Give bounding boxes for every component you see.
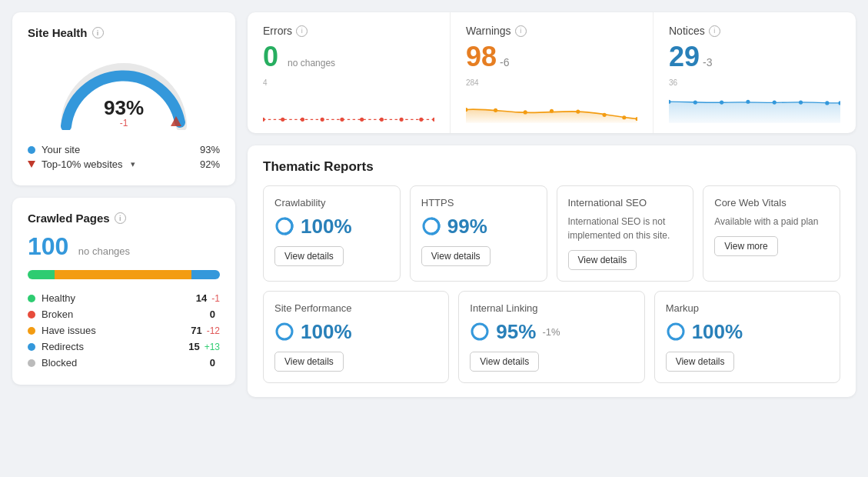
notices-info-icon[interactable]: i bbox=[709, 25, 720, 37]
top10-dropdown-icon[interactable]: ▾ bbox=[131, 159, 135, 169]
stat-label: Have issues bbox=[42, 325, 191, 336]
stat-count: 71 bbox=[191, 325, 201, 336]
stat-row: Redirects15+13 bbox=[28, 339, 220, 355]
svg-point-23 bbox=[746, 99, 750, 103]
stat-row: Broken0 bbox=[28, 306, 220, 322]
warnings-value: 98 bbox=[466, 42, 497, 72]
gauge-wrap: 93% -1 bbox=[55, 53, 193, 130]
warnings-chart: 284 bbox=[466, 78, 637, 121]
stat-row: Blocked0 bbox=[28, 355, 220, 371]
internal-linking-delta: -1% bbox=[542, 326, 560, 338]
crawled-count: 100 bbox=[28, 232, 68, 260]
crawlability-view-btn[interactable]: View details bbox=[274, 246, 344, 266]
crawlability-name: Crawlability bbox=[274, 197, 389, 208]
https-view-btn[interactable]: View details bbox=[421, 246, 491, 266]
svg-point-21 bbox=[693, 100, 697, 104]
stat-dot bbox=[28, 311, 35, 319]
notices-delta: -3 bbox=[703, 56, 712, 68]
svg-point-2 bbox=[263, 117, 265, 121]
crawled-pages-info-icon[interactable]: i bbox=[115, 212, 126, 224]
report-site-performance: Site Performance 100% View details bbox=[263, 291, 449, 383]
gauge-delta: -1 bbox=[104, 118, 144, 128]
internal-linking-score: 95% -1% bbox=[470, 320, 633, 344]
warnings-delta: -6 bbox=[500, 56, 509, 68]
errors-metric: Errors i 0 no changes 4 bbox=[248, 12, 451, 133]
stat-count: 14 bbox=[196, 292, 207, 304]
svg-point-15 bbox=[550, 108, 554, 112]
gauge-container: 93% -1 bbox=[28, 47, 220, 135]
svg-point-25 bbox=[799, 100, 803, 104]
notices-chart-svg bbox=[669, 88, 840, 131]
intl-seo-view-btn[interactable]: View details bbox=[568, 250, 637, 270]
stat-label: Redirects bbox=[42, 341, 188, 352]
progress-redirects bbox=[191, 270, 221, 279]
stat-dot bbox=[28, 327, 35, 335]
svg-point-30 bbox=[277, 324, 292, 339]
markup-view-btn[interactable]: View details bbox=[666, 352, 735, 372]
errors-title: Errors i bbox=[263, 25, 434, 37]
svg-point-8 bbox=[380, 117, 384, 121]
notices-chart: 36 bbox=[669, 78, 840, 121]
report-markup: Markup 100% View details bbox=[654, 291, 840, 383]
stat-dot bbox=[28, 295, 35, 302]
svg-point-9 bbox=[400, 117, 404, 121]
your-site-label: Your site bbox=[42, 144, 80, 155]
crawled-nochange: no changes bbox=[78, 245, 130, 257]
stat-row: Have issues71-12 bbox=[28, 322, 220, 339]
https-name: HTTPS bbox=[421, 197, 536, 208]
site-perf-score: 100% bbox=[274, 320, 437, 344]
site-health-info-icon[interactable]: i bbox=[92, 27, 104, 38]
gauge-percentage: 93% bbox=[104, 96, 144, 119]
stat-row: Healthy14-1 bbox=[28, 290, 220, 306]
internal-linking-score-icon bbox=[470, 322, 490, 342]
svg-point-3 bbox=[281, 117, 284, 121]
svg-point-5 bbox=[321, 117, 324, 121]
crawled-progress-bar bbox=[28, 270, 220, 279]
crawlability-score-icon bbox=[274, 216, 294, 236]
report-internal-linking: Internal Linking 95% -1% View details bbox=[458, 291, 644, 383]
internal-linking-view-btn[interactable]: View details bbox=[470, 352, 539, 372]
svg-point-31 bbox=[472, 324, 487, 339]
stat-dot bbox=[28, 359, 35, 367]
site-perf-view-btn[interactable]: View details bbox=[274, 352, 344, 372]
errors-chart-svg bbox=[263, 88, 434, 131]
thematic-reports-title: Thematic Reports bbox=[263, 159, 840, 175]
warnings-chart-svg bbox=[466, 88, 637, 131]
site-perf-name: Site Performance bbox=[274, 302, 437, 314]
warnings-info-icon[interactable]: i bbox=[515, 25, 527, 37]
gauge-label: 93% -1 bbox=[104, 98, 144, 128]
svg-point-18 bbox=[622, 115, 626, 119]
stat-count: 0 bbox=[210, 309, 215, 320]
errors-info-icon[interactable]: i bbox=[296, 25, 308, 37]
stat-rows: Healthy14-1Broken0Have issues71-12Redire… bbox=[28, 290, 220, 371]
svg-point-17 bbox=[603, 112, 607, 116]
progress-healthy bbox=[28, 270, 55, 279]
https-score-icon bbox=[421, 216, 441, 236]
cwv-view-btn[interactable]: View more bbox=[714, 236, 777, 256]
stat-delta: -12 bbox=[207, 325, 220, 336]
svg-point-10 bbox=[419, 117, 423, 121]
crawled-pages-title: Crawled Pages i bbox=[28, 212, 220, 225]
svg-point-32 bbox=[668, 324, 683, 339]
notices-value: 29 bbox=[669, 42, 700, 72]
svg-point-16 bbox=[576, 109, 580, 113]
warnings-metric: Warnings i 98 -6 284 bbox=[451, 12, 653, 133]
site-health-card: Site Health i 93% -1 bbox=[12, 12, 235, 185]
progress-issues bbox=[55, 270, 191, 279]
site-health-title: Site Health i bbox=[28, 26, 220, 39]
your-site-legend: Your site 93% bbox=[28, 142, 220, 157]
right-column: Errors i 0 no changes 4 bbox=[248, 12, 856, 397]
https-score: 99% bbox=[421, 215, 536, 239]
stat-count: 0 bbox=[210, 357, 215, 369]
svg-point-11 bbox=[432, 117, 434, 121]
cwv-name: Core Web Vitals bbox=[714, 197, 829, 208]
site-perf-score-icon bbox=[274, 322, 294, 342]
top10-legend: Top-10% websites ▾ 92% bbox=[28, 157, 220, 172]
report-https: HTTPS 99% View details bbox=[410, 185, 547, 282]
notices-metric: Notices i 29 -3 36 bbox=[653, 12, 856, 133]
markup-score-icon bbox=[666, 322, 686, 342]
left-column: Site Health i 93% -1 bbox=[12, 12, 235, 397]
errors-chart: 4 bbox=[263, 78, 434, 121]
metrics-row: Errors i 0 no changes 4 bbox=[248, 12, 856, 133]
markup-name: Markup bbox=[666, 302, 829, 314]
